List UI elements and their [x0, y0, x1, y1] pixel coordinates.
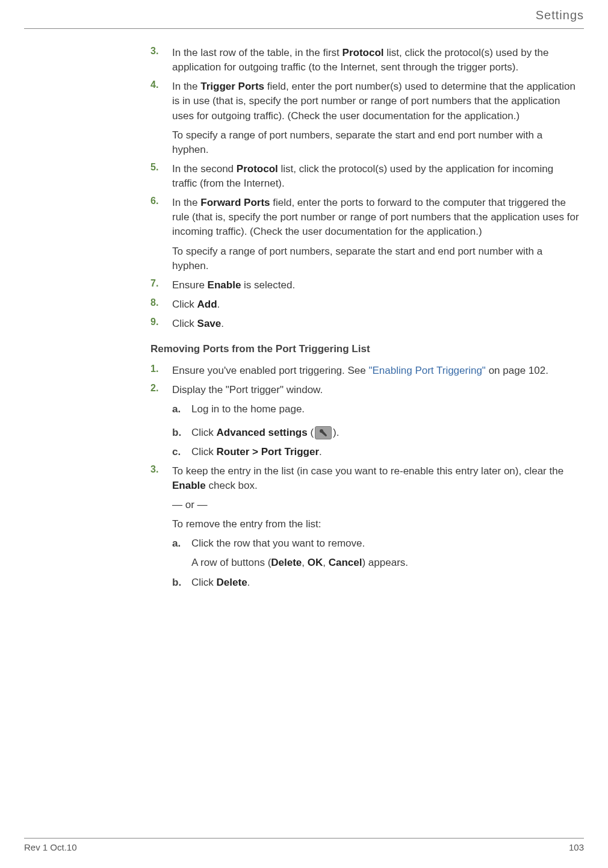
step-item: 7.Ensure Enable is selected. [150, 278, 580, 293]
text: ). [333, 427, 339, 438]
step-item: 2. Display the "Port trigger" window. [150, 383, 580, 397]
text: A row of buttons ( [191, 557, 271, 568]
substep-marker: b. [172, 426, 191, 440]
text: In the [172, 197, 200, 208]
wrench-icon [315, 426, 332, 439]
continuation: To specify a range of port numbers, sepa… [172, 244, 580, 273]
bold: Delete [217, 577, 247, 588]
step-body: In the last row of the table, in the fir… [172, 46, 580, 75]
substep-body: Click Advanced settings (). [191, 426, 580, 440]
step-body: Ensure Enable is selected. [172, 278, 580, 293]
text: . [221, 318, 224, 329]
step-marker: 2. [150, 383, 172, 397]
step-marker: 6. [150, 196, 172, 239]
text: on page 102. [486, 365, 548, 376]
section-header: Settings [24, 0, 584, 28]
text: is selected. [241, 279, 295, 291]
step-item: 9.Click Save. [150, 317, 580, 331]
step-marker: 3. [150, 464, 172, 493]
continuation: To specify a range of port numbers, sepa… [172, 128, 580, 157]
text: Click [191, 577, 217, 588]
substep-marker: a. [172, 402, 191, 417]
step-marker: 8. [150, 297, 172, 312]
text: Click [172, 318, 197, 329]
bold: Router > Port Trigger [217, 446, 320, 457]
step-item: 4.In the Trigger Ports field, enter the … [150, 79, 580, 123]
bold: Enable [208, 279, 241, 291]
substep-marker: b. [172, 575, 191, 590]
step-body: In the Forward Ports field, enter the po… [172, 196, 580, 239]
text: ( [308, 427, 314, 438]
bold: Advanced settings [217, 427, 308, 438]
bold: Protocol [237, 163, 278, 175]
bold: Delete [271, 557, 302, 568]
text: Click [172, 299, 197, 310]
text: . [319, 446, 322, 457]
substep-item: b. Click Delete. [172, 575, 580, 590]
bold: Forward Ports [200, 197, 270, 208]
bold: Add [197, 299, 217, 310]
text: Ensure [172, 279, 208, 291]
substep-item: a. Click the row that you want to remove… [172, 536, 580, 551]
text: In the [172, 81, 200, 92]
text: check box. [206, 480, 258, 491]
link-enabling-port-triggering[interactable]: "Enabling Port Triggering" [368, 365, 485, 376]
step-item: 6.In the Forward Ports field, enter the … [150, 196, 580, 239]
bold: Trigger Ports [200, 81, 264, 92]
step-marker: 9. [150, 317, 172, 331]
substep-item: c. Click Router > Port Trigger. [172, 445, 580, 459]
step-body: Ensure you've enabled port triggering. S… [172, 364, 580, 378]
step-item: 3.In the last row of the table, in the f… [150, 46, 580, 75]
substep-marker: a. [172, 536, 191, 551]
step-item: 5.In the second Protocol list, click the… [150, 162, 580, 191]
step-item: 8.Click Add. [150, 297, 580, 312]
step-body: To keep the entry in the list (in case y… [172, 464, 580, 493]
page-number: 103 [569, 842, 584, 852]
subheading: Removing Ports from the Port Triggering … [150, 343, 580, 355]
substep-body: Click Router > Port Trigger. [191, 445, 580, 459]
step-body: In the Trigger Ports field, enter the po… [172, 79, 580, 123]
continuation: — or — [172, 498, 580, 512]
text: In the last row of the table, in the fir… [172, 47, 343, 58]
continuation: To remove the entry from the list: [172, 517, 580, 532]
bold: OK [308, 557, 323, 568]
footer-left: Rev 1 Oct.10 [24, 842, 77, 852]
text: Click [191, 446, 217, 457]
step-marker: 3. [150, 46, 172, 75]
bold: Cancel [329, 557, 362, 568]
text: In the second [172, 163, 237, 175]
step-marker: 7. [150, 278, 172, 293]
text: , [323, 557, 328, 568]
step-marker: 5. [150, 162, 172, 191]
page-footer: Rev 1 Oct.10 103 [24, 838, 584, 852]
text: . [217, 299, 220, 310]
step-body: In the second Protocol list, click the p… [172, 162, 580, 191]
step-marker: 4. [150, 79, 172, 123]
page-content: 3.In the last row of the table, in the f… [150, 46, 580, 590]
text: , [302, 557, 307, 568]
bold: Enable [172, 480, 206, 491]
text: . [247, 577, 250, 588]
divider [24, 838, 584, 839]
bold: Protocol [343, 47, 384, 58]
substep-item: b. Click Advanced settings (). [172, 426, 580, 440]
step-body: Click Save. [172, 317, 580, 331]
step-body: Click Add. [172, 297, 580, 312]
substep-body: Log in to the home page. [191, 402, 580, 417]
substep-body: Click Delete. [191, 575, 580, 590]
note: A row of buttons (Delete, OK, Cancel) ap… [191, 556, 580, 570]
divider [24, 28, 584, 29]
text: To keep the entry in the list (in case y… [172, 465, 563, 477]
step-marker: 1. [150, 364, 172, 378]
bold: Save [197, 318, 222, 329]
step-item: 3. To keep the entry in the list (in cas… [150, 464, 580, 493]
step-body: Display the "Port trigger" window. [172, 383, 580, 397]
substep-marker: c. [172, 445, 191, 459]
substep-body: Click the row that you want to remove. [191, 536, 580, 551]
step-item: 1. Ensure you've enabled port triggering… [150, 364, 580, 378]
text: Ensure you've enabled port triggering. S… [172, 365, 368, 376]
text: Click [191, 427, 217, 438]
text: ) appears. [362, 557, 408, 568]
substep-item: a. Log in to the home page. [172, 402, 580, 417]
